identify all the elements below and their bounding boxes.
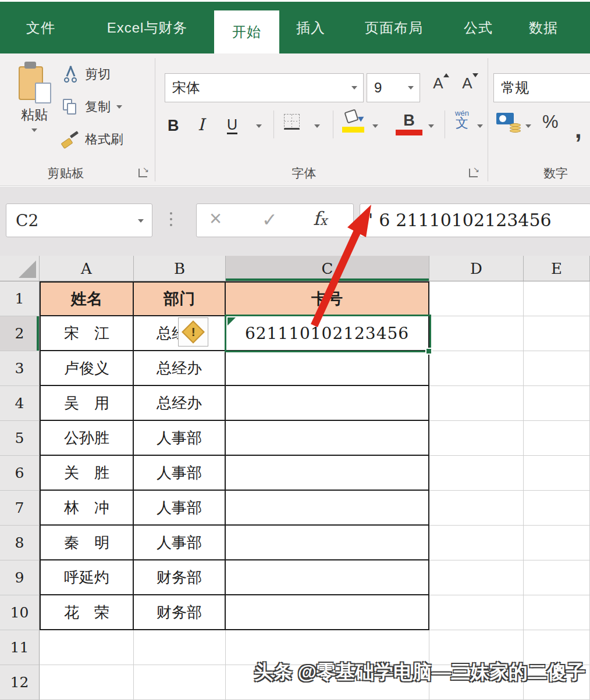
error-checking-button[interactable]: ! [178,317,208,347]
tab-file[interactable]: 文件 [22,2,59,53]
name-box[interactable]: C2 [6,203,152,237]
column-header-e[interactable]: E [524,256,590,281]
cell-d5[interactable] [429,421,524,456]
cell-a10[interactable]: 花 荣 [40,595,134,630]
cell-b4[interactable]: 总经办 [134,386,226,421]
cell-e10[interactable] [524,595,590,630]
cell-c8[interactable] [226,526,429,560]
row-header-1[interactable]: 1 [0,281,40,316]
cell-d10[interactable] [429,595,524,630]
cell-a9[interactable]: 呼延灼 [40,560,134,595]
formula-input[interactable]: '621110102123456 [360,203,590,237]
cell-d4[interactable] [429,386,524,421]
cell-a2[interactable]: 宋 江 [40,316,134,351]
cell-c10[interactable] [226,595,429,630]
copy-dropdown-arrow[interactable] [116,105,122,109]
formula-bar-resize-handle[interactable] [170,212,172,226]
row-header-3[interactable]: 3 [0,351,40,386]
fill-handle[interactable] [425,348,432,355]
cell-b3[interactable]: 总经办 [134,351,226,386]
cell-c4[interactable] [226,386,429,421]
cell-e6[interactable] [524,456,590,491]
insert-function-icon[interactable]: fx [313,208,327,230]
cell-e5[interactable] [524,421,590,456]
cell-e4[interactable] [524,386,590,421]
cell-a3[interactable]: 卢俊义 [40,351,134,386]
row-header-9[interactable]: 9 [0,560,40,595]
cell-e7[interactable] [524,491,590,526]
italic-button[interactable]: I [198,113,204,136]
cell-e2[interactable] [524,316,590,351]
cell-a7[interactable]: 林 冲 [40,491,134,526]
cell-c5[interactable] [226,421,429,456]
cell-c7[interactable] [226,491,429,526]
font-dialog-launcher-icon[interactable]: ↘ [469,169,478,177]
cell-c6[interactable] [226,456,429,491]
tab-insert[interactable]: 插入 [291,2,330,53]
column-header-b[interactable]: B [134,256,226,281]
font-size-combo[interactable]: 9 [367,73,420,102]
cell-b9[interactable]: 财务部 [134,560,226,595]
cell-c3[interactable] [226,351,429,386]
row-header-5[interactable]: 5 [0,421,40,456]
font-color-button[interactable]: B [396,113,422,137]
cell-e9[interactable] [524,560,590,595]
font-color-dropdown-arrow[interactable] [428,124,434,128]
column-header-c[interactable]: C [226,256,429,281]
row-header-12[interactable]: 12 [0,665,40,700]
cell-d7[interactable] [429,491,524,526]
tab-data[interactable]: 数据 [523,2,564,53]
borders-dropdown-arrow[interactable] [314,124,320,128]
row-header-8[interactable]: 8 [0,526,40,560]
cell-b12[interactable] [134,665,226,700]
cell-a4[interactable]: 吴 用 [40,386,134,421]
accounting-format-button[interactable] [496,113,521,133]
cell-a8[interactable]: 秦 明 [40,526,134,560]
row-header-6[interactable]: 6 [0,456,40,491]
enter-icon[interactable]: ✓ [262,209,278,231]
cut-button[interactable]: 剪切 [62,63,111,86]
font-size-dropdown-arrow[interactable] [408,86,414,90]
cell-b5[interactable]: 人事部 [134,421,226,456]
column-header-d[interactable]: D [429,256,524,281]
cell-a11[interactable] [40,630,134,665]
cell-b7[interactable]: 人事部 [134,491,226,526]
cell-d2[interactable] [429,316,524,351]
cell-e1[interactable] [524,281,590,316]
percent-style-button[interactable]: % [542,112,559,133]
cell-d6[interactable] [429,456,524,491]
select-all-corner[interactable] [0,256,40,281]
row-header-10[interactable]: 10 [0,595,40,630]
cell-c1[interactable]: 卡号 [226,281,429,316]
cell-b6[interactable]: 人事部 [134,456,226,491]
cell-a12[interactable] [40,665,134,700]
cell-b11[interactable] [134,630,226,665]
cell-d3[interactable] [429,351,524,386]
cell-b1[interactable]: 部门 [134,281,226,316]
font-name-dropdown-arrow[interactable] [351,86,357,90]
cell-b8[interactable]: 人事部 [134,526,226,560]
decrease-font-size-button[interactable]: A [455,74,479,98]
bold-button[interactable]: B [168,114,179,137]
cell-d9[interactable] [429,560,524,595]
number-format-combo[interactable]: 常规 [493,73,590,102]
paste-dropdown-arrow[interactable] [31,128,37,132]
cell-e8[interactable] [524,526,590,560]
row-header-7[interactable]: 7 [0,491,40,526]
clipboard-dialog-launcher-icon[interactable]: ↘ [138,169,147,177]
font-name-combo[interactable]: 宋体 [165,73,364,102]
format-painter-button[interactable]: 格式刷 [62,128,123,151]
fill-color-button[interactable] [342,110,365,134]
accounting-dropdown-arrow[interactable] [525,124,531,128]
tab-excel-finance[interactable]: Excel与财务 [93,2,201,53]
name-box-dropdown-arrow[interactable] [138,219,144,223]
row-header-2[interactable]: 2 [0,316,40,351]
tab-page-layout[interactable]: 页面布局 [354,2,434,53]
cell-e3[interactable] [524,351,590,386]
copy-button[interactable]: 复制 [62,95,122,119]
comma-style-button[interactable]: , [575,122,582,137]
underline-button[interactable]: U [227,114,237,137]
cell-d8[interactable] [429,526,524,560]
increase-font-size-button[interactable]: A [426,74,450,98]
borders-button[interactable] [284,114,300,130]
